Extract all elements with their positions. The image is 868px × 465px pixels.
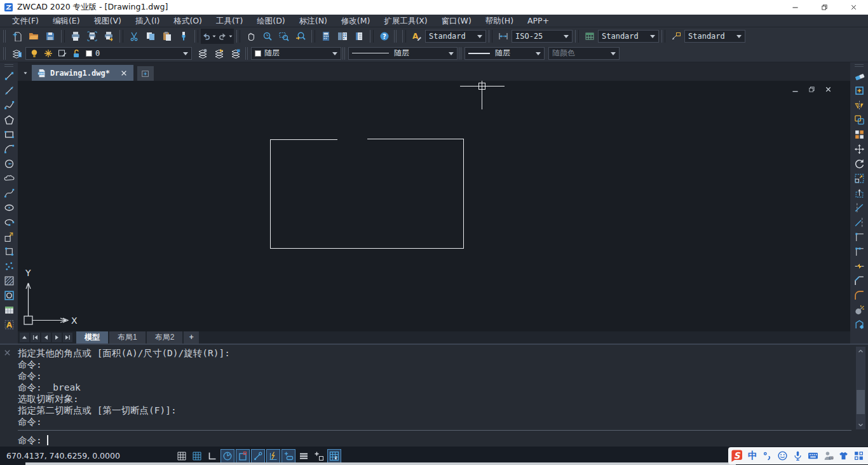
undo-dropdown-caret[interactable] <box>212 34 217 39</box>
layer-previous-button[interactable] <box>211 46 227 61</box>
toolbar-grip[interactable] <box>3 47 6 60</box>
extend-tool-button[interactable] <box>851 215 867 230</box>
tab-first-button[interactable] <box>31 333 40 342</box>
layout-tab-布局1[interactable]: 布局1 <box>109 331 146 344</box>
grid-toggle-button[interactable] <box>175 449 189 463</box>
menu-item[interactable]: 修改(M) <box>334 15 377 27</box>
ortho-toggle-button[interactable] <box>205 449 219 463</box>
print-preview-button[interactable] <box>84 29 100 44</box>
rotate-tool-button[interactable] <box>851 156 867 171</box>
circle-tool-button[interactable] <box>1 156 17 171</box>
menu-item[interactable]: APP+ <box>520 15 556 27</box>
ellipse-arc-tool-button[interactable] <box>1 215 17 230</box>
dynamic-input-toggle-button[interactable] <box>266 449 280 463</box>
scroll-up-button[interactable] <box>856 347 865 356</box>
open-folder-button[interactable] <box>25 29 42 44</box>
multiple-points-tool-button[interactable] <box>1 259 17 274</box>
polyline-tool-button[interactable] <box>1 98 17 113</box>
scrollbar-thumb[interactable] <box>857 390 865 414</box>
stretch-tool-button[interactable] <box>851 186 867 200</box>
linetype-combo[interactable]: 随层 <box>348 47 458 60</box>
add-layout-button[interactable]: + <box>184 331 199 344</box>
command-scrollbar[interactable] <box>856 347 865 429</box>
move-tool-button[interactable] <box>851 142 867 156</box>
window-close-button[interactable] <box>839 0 868 15</box>
layout-tab-模型[interactable]: 模型 <box>76 331 108 344</box>
undo-button[interactable] <box>201 29 217 44</box>
toolbar-grip[interactable] <box>394 30 397 43</box>
line-tool-button[interactable] <box>1 69 17 83</box>
menu-item[interactable]: 标注(N) <box>292 15 334 27</box>
toolbar-grip[interactable] <box>245 47 248 60</box>
arc-tool-button[interactable] <box>1 142 17 156</box>
tool-palettes-button[interactable] <box>351 29 367 44</box>
status-menu-toggle-button[interactable] <box>297 449 311 463</box>
scroll-up-button[interactable] <box>20 333 29 342</box>
new-document-button[interactable] <box>137 66 154 81</box>
print-button[interactable] <box>67 29 84 44</box>
break-tool-button[interactable] <box>851 244 867 259</box>
menu-item[interactable]: 帮助(H) <box>478 15 520 27</box>
command-prompt[interactable]: 命令: <box>18 434 48 447</box>
tab-close-icon[interactable] <box>120 69 128 77</box>
hatch-tool-button[interactable] <box>1 274 17 288</box>
toolbar-grip[interactable] <box>459 47 461 60</box>
toolbar-grip[interactable] <box>3 30 6 43</box>
ime-keyboard-button[interactable] <box>808 450 818 461</box>
layout-tab-布局2[interactable]: 布局2 <box>147 331 183 344</box>
document-restore-button[interactable] <box>806 85 817 94</box>
tab-prev-button[interactable] <box>41 333 51 342</box>
fillet-tool-button[interactable] <box>851 288 867 303</box>
design-center-button[interactable] <box>334 29 351 44</box>
text-style-combo[interactable]: Standard <box>425 30 486 43</box>
publish-button[interactable] <box>100 29 117 44</box>
polygon-tool-button[interactable] <box>1 113 17 127</box>
join-tool-button[interactable] <box>851 259 867 274</box>
chamfer-tool-button[interactable] <box>851 274 867 288</box>
construction-line-tool-button[interactable] <box>1 83 17 98</box>
paste-button[interactable] <box>159 29 175 44</box>
document-minimize-button[interactable] <box>789 85 801 94</box>
revision-cloud-tool-button[interactable] <box>1 171 17 186</box>
copy-tool-button[interactable] <box>851 83 867 98</box>
menu-item[interactable]: 插入(I) <box>128 15 166 27</box>
color-combo[interactable]: 随层 <box>251 47 341 60</box>
ime-emoji-button[interactable] <box>777 450 788 461</box>
scroll-down-button[interactable] <box>856 420 865 429</box>
help-button[interactable]: ? <box>376 29 393 44</box>
window-restore-button[interactable] <box>810 0 839 15</box>
break-at-point-tool-button[interactable] <box>851 230 867 244</box>
mleader-style-combo[interactable]: Standard <box>684 30 745 43</box>
offset-tool-button[interactable] <box>851 113 867 127</box>
ime-toolbox-button[interactable] <box>853 450 864 461</box>
toolbar-grip[interactable] <box>4 64 13 67</box>
ellipse-tool-button[interactable] <box>1 200 17 215</box>
ime-skin-button[interactable] <box>838 450 849 461</box>
menu-item[interactable]: 工具(T) <box>209 15 250 27</box>
document-tab[interactable]: DWGDrawing1.dwg* <box>32 65 133 81</box>
toolbar-grip[interactable] <box>342 47 345 60</box>
ime-punctuation-button[interactable] <box>762 450 773 461</box>
drawing-canvas[interactable]: Y X <box>18 81 850 331</box>
menu-item[interactable]: 窗口(W) <box>435 15 478 27</box>
create-block-tool-button[interactable] <box>1 244 17 259</box>
lineweight-combo[interactable]: 随层 <box>465 47 545 60</box>
menu-item[interactable]: 编辑(E) <box>46 15 87 27</box>
dim-style-combo[interactable]: ISO-25 <box>512 30 573 43</box>
region-tool-button[interactable] <box>1 288 17 303</box>
explode-tool-button[interactable] <box>851 303 867 317</box>
zoom-previous-button[interactable] <box>292 29 309 44</box>
cut-button[interactable] <box>126 29 142 44</box>
scale-tool-button[interactable] <box>851 171 867 186</box>
edit-polyline-tool-button[interactable] <box>851 317 867 332</box>
sogou-logo-button[interactable]: S <box>729 450 743 462</box>
dim-style-button[interactable] <box>495 29 512 44</box>
table-style-combo[interactable]: Standard <box>598 30 659 43</box>
command-window[interactable]: 指定其他的角点或 [面积(A)/尺寸(D)/旋转(R)]:命令:命令:命令: _… <box>0 344 868 447</box>
layer-combo[interactable]: 0 <box>25 47 192 60</box>
trim-tool-button[interactable] <box>851 200 867 215</box>
redo-dropdown-caret[interactable] <box>228 34 233 39</box>
menu-item[interactable]: 视图(V) <box>87 15 128 27</box>
snap-toggle-button[interactable] <box>190 449 204 463</box>
redo-button[interactable] <box>217 29 234 44</box>
